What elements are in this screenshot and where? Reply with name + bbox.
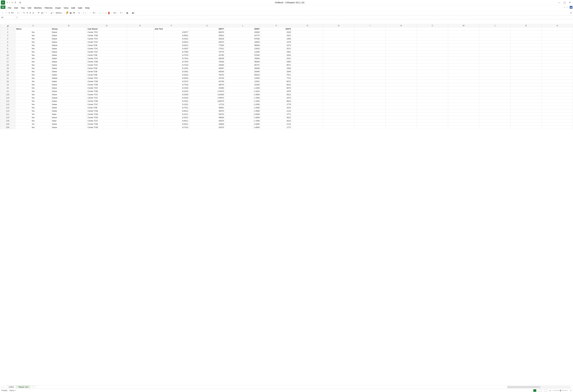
qat-target-icon[interactable]: ⦿ [19, 1, 21, 4]
cell[interactable]: Datee [51, 60, 87, 63]
cell[interactable] [479, 27, 510, 31]
cell[interactable]: Slatee [51, 76, 87, 80]
cell[interactable]: 2021 [261, 57, 292, 60]
cell[interactable] [542, 70, 573, 73]
cell[interactable]: $ 2072 [154, 80, 189, 83]
cell[interactable]: Center TOC [87, 96, 127, 100]
col-header-G[interactable]: G [292, 24, 323, 27]
cell[interactable] [386, 113, 417, 116]
cell[interactable] [479, 53, 510, 57]
cell[interactable] [386, 103, 417, 106]
view-page-icon[interactable] [539, 389, 542, 392]
cell[interactable]: Yex [15, 86, 51, 90]
cell[interactable] [386, 90, 417, 93]
cell[interactable]: 8070 [261, 86, 292, 90]
cell[interactable]: Jote Test [154, 27, 189, 31]
cell[interactable] [127, 116, 154, 119]
cell[interactable] [479, 90, 510, 93]
qat-menu-icon[interactable]: ≡ [7, 1, 8, 4]
row-header[interactable]: 3 [0, 34, 15, 37]
cell[interactable]: 20570 [189, 126, 225, 129]
cell[interactable]: Yex [15, 47, 51, 50]
cell[interactable]: Center TOB [87, 80, 127, 83]
cell[interactable]: 20750 [189, 53, 225, 57]
cell[interactable]: Center TOC [87, 31, 127, 34]
cell[interactable]: 1.3009 [225, 116, 261, 119]
toolbar-font-a[interactable]: A [30, 12, 31, 14]
cell[interactable] [292, 40, 323, 44]
cell[interactable]: $ 7013 [154, 126, 189, 129]
cell[interactable]: Satoe [51, 34, 87, 37]
cell[interactable]: 6610 [261, 100, 292, 103]
cell[interactable]: Center TOC [87, 47, 127, 50]
cell[interactable] [417, 116, 448, 119]
cell[interactable] [292, 123, 323, 126]
cell[interactable] [417, 90, 448, 93]
row-header[interactable]: 18 [0, 63, 15, 67]
col-header-H[interactable]: H [542, 24, 573, 27]
cell[interactable] [354, 80, 385, 83]
cell[interactable] [417, 119, 448, 123]
cell[interactable] [510, 40, 542, 44]
cell[interactable]: 30077 [189, 27, 225, 31]
cell[interactable]: 10775 [225, 34, 261, 37]
col-header-J[interactable]: J [479, 24, 510, 27]
cell[interactable] [292, 83, 323, 86]
cell[interactable] [417, 86, 448, 90]
cell[interactable]: 20800 [189, 123, 225, 126]
row-header[interactable]: 19 [0, 73, 15, 76]
cell[interactable]: 55757 [225, 63, 261, 67]
cell[interactable] [386, 31, 417, 34]
close-button[interactable]: ✕ [569, 1, 571, 4]
cell[interactable] [542, 57, 573, 60]
cell[interactable] [479, 57, 510, 60]
cell[interactable]: 20080 [225, 70, 261, 73]
cell[interactable] [127, 47, 154, 50]
cell[interactable] [542, 100, 573, 103]
cell[interactable] [542, 40, 573, 44]
cell[interactable] [448, 126, 479, 129]
cell[interactable] [510, 67, 542, 70]
cell[interactable] [448, 80, 479, 83]
cell[interactable]: Setee [51, 109, 87, 113]
row-header[interactable]: 258 [0, 126, 15, 129]
cell[interactable]: $ 2001 [154, 70, 189, 73]
cell[interactable]: 30097 [189, 67, 225, 70]
cell[interactable] [127, 31, 154, 34]
menu-veit[interactable]: Veit [28, 7, 31, 9]
row-header[interactable]: 114 [0, 106, 15, 109]
tab-nav-first-icon[interactable]: ‹ [1, 386, 2, 388]
cell[interactable] [479, 96, 510, 100]
cell[interactable]: Center TOB [87, 100, 127, 103]
cell[interactable] [417, 96, 448, 100]
cell[interactable] [510, 126, 542, 129]
cell[interactable]: Siatoe [51, 96, 87, 100]
cell[interactable]: 50020 [225, 73, 261, 76]
cell[interactable]: Yex [15, 63, 51, 67]
cell[interactable]: Seney [51, 27, 87, 31]
cell[interactable]: 30019 [189, 37, 225, 40]
cell[interactable] [323, 100, 354, 103]
cell[interactable] [354, 44, 385, 47]
cell[interactable] [448, 123, 479, 126]
cell[interactable] [292, 80, 323, 83]
cell[interactable] [510, 57, 542, 60]
cell[interactable] [292, 119, 323, 123]
menu-add[interactable]: Add [71, 7, 75, 9]
cell[interactable] [323, 93, 354, 96]
cell[interactable]: Satoe [51, 86, 87, 90]
cell[interactable] [542, 116, 573, 119]
cell[interactable]: $ 2011 [154, 113, 189, 116]
menu-imper[interactable]: Imper [55, 7, 61, 9]
cell[interactable]: Center TOB [87, 83, 127, 86]
cell[interactable] [510, 113, 542, 116]
cell[interactable]: Center TOB [87, 109, 127, 113]
cell[interactable]: Yex [15, 106, 51, 109]
cell[interactable]: Satee [51, 47, 87, 50]
cell[interactable]: Center TOB [87, 60, 127, 63]
toolbar-pg[interactable]: ▦ [132, 12, 135, 14]
cell[interactable] [542, 93, 573, 96]
cell[interactable]: $ 0010 [154, 76, 189, 80]
cell[interactable]: Yex [15, 40, 51, 44]
cell[interactable] [292, 67, 323, 70]
